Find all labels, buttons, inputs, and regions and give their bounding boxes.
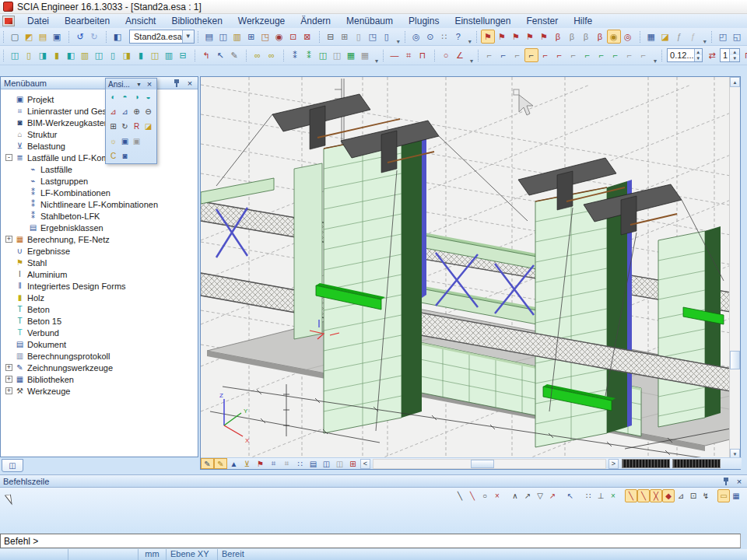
light-toggle-icon[interactable]: ☼ — [107, 135, 119, 148]
view-window-2-icon[interactable]: ◫ — [333, 458, 346, 469]
show-labels-icon[interactable]: ⚑ — [254, 458, 267, 469]
fence-remove-icon[interactable]: ⊠ — [300, 30, 314, 44]
menu-item[interactable]: Bibliotheken — [163, 14, 230, 28]
tree-item-bibliotheken[interactable]: + ▦ Bibliotheken — [1, 373, 198, 385]
viewport-canvas[interactable]: Z Y X — [201, 77, 730, 459]
view-perspective-icon[interactable]: ⊿ — [119, 105, 131, 118]
print-icon[interactable]: ⊟ — [324, 30, 338, 44]
context-help-icon[interactable]: ? — [451, 30, 465, 44]
toolbar-overflow-icon[interactable]: ▾ — [397, 38, 400, 45]
tree-item-lf-kombinationen[interactable]: ⁑ LF-Kombinationen — [1, 187, 198, 198]
close-icon[interactable]: × — [145, 79, 154, 89]
haunch-corner-3-icon[interactable]: ⌐ — [510, 48, 524, 62]
scale-spinner[interactable]: 0.12... ▲▼ — [667, 48, 703, 62]
link-nodes-icon[interactable]: ∞ — [251, 48, 265, 62]
copy-attributes-icon[interactable]: ◳ — [258, 30, 272, 44]
store-view-icon[interactable]: ◪ — [142, 120, 154, 133]
link-members-icon[interactable]: ∞ — [265, 48, 279, 62]
member-opening-icon[interactable]: ◨ — [120, 48, 134, 62]
snap-box-icon[interactable]: ⊡ — [687, 489, 700, 502]
load-case-1-icon[interactable]: ⚑ — [481, 30, 495, 44]
snap-peak-icon[interactable]: ∧ — [509, 489, 521, 502]
swap-direction-icon[interactable]: ⇄ — [705, 48, 719, 62]
toolbar-overflow-icon[interactable]: ▾ — [468, 38, 472, 45]
member-rib-icon[interactable]: ▮ — [50, 48, 64, 62]
pin-icon[interactable] — [173, 79, 181, 88]
haunch-corner-11-icon[interactable]: ⌐ — [622, 48, 637, 62]
member-column-icon[interactable]: ▯ — [22, 48, 36, 62]
view-axonometric-4-icon[interactable]: ◒ — [142, 90, 154, 103]
tree-item-belastung[interactable]: ⊻ Belastung — [1, 140, 198, 152]
toolbar-overflow-icon[interactable]: ▾ — [470, 58, 473, 65]
haunch-corner-6-icon[interactable]: ⌐ — [552, 48, 566, 62]
menu-item[interactable]: Einstellungen — [447, 14, 518, 28]
save-all-icon[interactable]: ▤ — [36, 30, 50, 44]
zoom-in-icon[interactable]: ⊕ — [131, 105, 142, 118]
haunch-corner-7-icon[interactable]: ⌐ — [566, 48, 580, 62]
screen-settings-icon[interactable]: ▦ — [644, 30, 658, 44]
snap-cross-icon[interactable]: ╳ — [650, 489, 662, 502]
horizontal-scroll-thumb[interactable] — [471, 460, 494, 468]
zoom-document-icon[interactable]: ⊙ — [423, 30, 437, 44]
snap-polar-icon[interactable]: ↯ — [700, 489, 712, 502]
load-combination-1-icon[interactable]: β — [551, 30, 565, 44]
status-plane[interactable]: Ebene XY — [167, 549, 218, 560]
member-1d-icon[interactable]: ◫ — [8, 48, 22, 62]
haunch-corner-10-icon[interactable]: ⌐ — [608, 48, 622, 62]
toolbar-overflow-icon[interactable]: ▾ — [703, 38, 707, 45]
menu-item[interactable]: Fenster — [518, 14, 566, 28]
export-icon[interactable]: ◳ — [366, 30, 380, 44]
snap-delete-icon[interactable]: × — [491, 489, 503, 502]
view-axonometric-2-icon[interactable]: ◓ — [119, 90, 131, 103]
show-loads-icon[interactable]: ⊻ — [240, 458, 254, 469]
tree-item-beton[interactable]: T Beton — [1, 303, 198, 315]
tree-item-lastgruppen[interactable]: ⌁ Lastgruppen — [1, 175, 198, 187]
grid-tool-icon[interactable]: ⌗ — [402, 48, 416, 62]
snap-tangent-icon[interactable]: ⊿ — [675, 489, 687, 502]
load-case-4-icon[interactable]: ⚑ — [523, 30, 537, 44]
function-off-icon[interactable]: ƒ — [686, 30, 700, 44]
print-preview-icon[interactable]: ⊞ — [338, 30, 352, 44]
tree-item-beton-15[interactable]: T Beton 15 — [1, 315, 198, 327]
ansicht-toolbar-header[interactable]: Ansi... ▼ × — [106, 79, 156, 89]
undo-icon[interactable]: ↺ — [73, 30, 87, 44]
layers-icon[interactable]: ◫ — [216, 30, 230, 44]
load-case-5-icon[interactable]: ⚑ — [537, 30, 551, 44]
snap-arc-icon[interactable]: ↗ — [521, 489, 534, 502]
tree-item-stahlbeton-lfk[interactable]: ⁑ Stahlbeton-LFK — [1, 210, 198, 222]
haunch-corner-8-icon[interactable]: ⌐ — [580, 48, 594, 62]
show-names-icon[interactable]: ▤ — [307, 458, 320, 469]
menu-item[interactable]: Bearbeiten — [57, 14, 117, 28]
tree-item-nichtlineare-lf-kombinationen[interactable]: ⁑ Nichtlineare LF-Kombinationen — [1, 198, 198, 210]
tree-item-lastfaelle-und-lf-kombinationen[interactable]: - ≣ Lastfälle und LF-Kombinationen — [1, 152, 198, 163]
show-members-icon[interactable]: ✎ — [214, 458, 227, 469]
close-icon[interactable]: × — [735, 477, 744, 486]
pin-icon[interactable] — [722, 477, 730, 486]
redo-icon[interactable]: ↻ — [87, 30, 101, 44]
tree-expand-toggle[interactable]: + — [5, 236, 12, 243]
render-icon[interactable]: ◉ — [272, 30, 286, 44]
select-tool-icon[interactable]: ↖ — [213, 48, 227, 62]
member-arbitrary-icon[interactable]: ⊟ — [176, 48, 190, 62]
view-axonometric-1-icon[interactable]: ◐ — [107, 90, 119, 103]
toolbar-overflow-icon[interactable]: ▾ — [375, 58, 378, 65]
vertical-scrollbar[interactable]: ▲ ▼ — [729, 77, 740, 459]
snap-midpoint-icon[interactable]: ╲ — [637, 489, 650, 502]
show-surfaces-icon[interactable]: ⌗ — [280, 458, 293, 469]
column-inactive-icon[interactable]: ◫ — [330, 48, 344, 62]
plate-active-icon[interactable]: ▦ — [344, 48, 358, 62]
show-supports-icon[interactable]: ▲ — [227, 458, 240, 469]
zoom-all-icon[interactable]: ↻ — [119, 120, 131, 133]
view-window-1-icon[interactable]: ◫ — [320, 458, 333, 469]
tree-expand-toggle[interactable]: + — [5, 387, 12, 394]
load-case-3-icon[interactable]: ⚑ — [509, 30, 523, 44]
haunch-corner-12-icon[interactable]: ⌐ — [637, 48, 651, 62]
function-on-icon[interactable]: ƒ — [672, 30, 686, 44]
column-active-icon[interactable]: ◫ — [316, 48, 330, 62]
zoom-out-icon[interactable]: ⊖ — [142, 105, 154, 118]
fence-add-icon[interactable]: ⊡ — [286, 30, 300, 44]
menu-item[interactable]: Datei — [19, 14, 57, 28]
view-direction-icon[interactable]: ⊿ — [107, 105, 119, 118]
export-view-icon[interactable]: ◪ — [658, 30, 672, 44]
cut-profile-icon[interactable]: ⊓ — [741, 48, 747, 62]
